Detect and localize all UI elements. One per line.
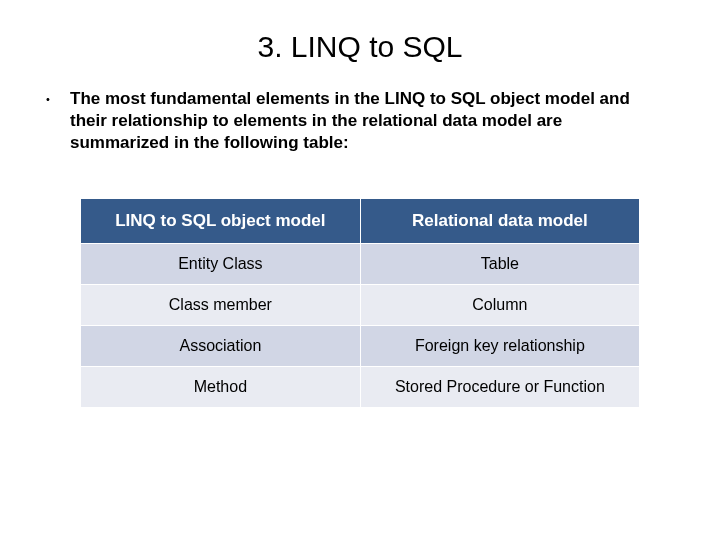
table-cell: Stored Procedure or Function xyxy=(360,367,639,408)
table-header-cell: LINQ to SQL object model xyxy=(81,199,361,244)
table-row: Class member Column xyxy=(81,285,640,326)
mapping-table: LINQ to SQL object model Relational data… xyxy=(80,198,640,408)
slide-title: 3. LINQ to SQL xyxy=(40,30,680,64)
table-cell: Table xyxy=(360,244,639,285)
table-cell: Class member xyxy=(81,285,361,326)
table-row: Association Foreign key relationship xyxy=(81,326,640,367)
bullet-icon: • xyxy=(46,88,70,110)
table-header-row: LINQ to SQL object model Relational data… xyxy=(81,199,640,244)
table-cell: Association xyxy=(81,326,361,367)
table-cell: Entity Class xyxy=(81,244,361,285)
table-row: Entity Class Table xyxy=(81,244,640,285)
slide: 3. LINQ to SQL • The most fundamental el… xyxy=(0,0,720,540)
table-row: Method Stored Procedure or Function xyxy=(81,367,640,408)
table-cell: Column xyxy=(360,285,639,326)
table-header-cell: Relational data model xyxy=(360,199,639,244)
mapping-table-wrap: LINQ to SQL object model Relational data… xyxy=(80,198,640,408)
bullet-text: The most fundamental elements in the LIN… xyxy=(70,88,680,154)
table-cell: Foreign key relationship xyxy=(360,326,639,367)
bullet-item: • The most fundamental elements in the L… xyxy=(40,88,680,154)
table-cell: Method xyxy=(81,367,361,408)
